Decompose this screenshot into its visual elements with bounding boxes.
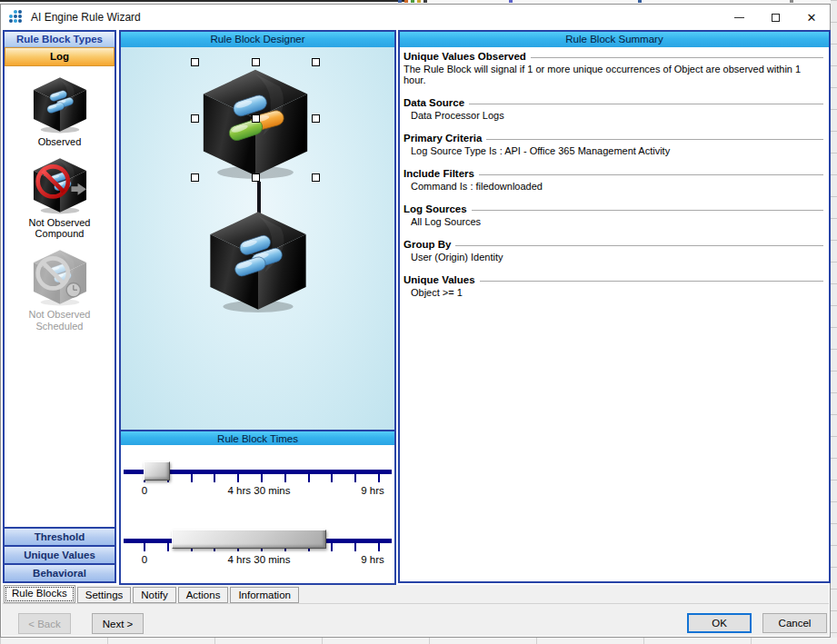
wizard-button-row: < Back Next > OK Cancel [2, 613, 829, 638]
next-button[interactable]: Next > [92, 613, 144, 634]
cancel-button[interactable]: Cancel [762, 613, 827, 633]
category-button-behavioral[interactable]: Behavioral [5, 563, 115, 581]
time-slider-1-handle[interactable] [144, 461, 170, 481]
selection-handle[interactable] [252, 58, 260, 66]
summary-section: Unique Values Observed The Rule Block wi… [404, 51, 823, 85]
screen: AI Engine Rule Wizard ✕ Rule Block Types… [0, 0, 837, 644]
rule-block-node-2[interactable] [204, 208, 313, 313]
not-observed-scheduled-icon [30, 248, 90, 306]
rule-block-times-panel: 0 4 hrs 30 mins 9 hrs 0 4 hrs 30 mins 9 … [121, 445, 394, 583]
divider [479, 174, 823, 176]
selection-handle[interactable] [312, 173, 320, 182]
app-logo-dots-icon [9, 10, 25, 25]
slider2-label-max: 9 hrs [355, 554, 390, 565]
rule-block-type-list: Observed Not Observed Compound Not Obser… [5, 66, 115, 527]
summary-section: Unique Values Object >= 1 [404, 274, 823, 298]
ok-button[interactable]: OK [687, 613, 752, 633]
titlebar: AI Engine Rule Wizard ✕ [1, 5, 830, 30]
ai-engine-rule-wizard-dialog: AI Engine Rule Wizard ✕ Rule Block Types… [0, 4, 831, 638]
type-item-not-observed-scheduled: Not Observed Scheduled [15, 248, 105, 332]
window-title: AI Engine Rule Wizard [31, 11, 141, 24]
summary-section: Log Sources All Log Sources [404, 203, 823, 227]
tab-information[interactable]: Information [230, 587, 299, 603]
rule-block-types-header: Rule Block Types [5, 32, 115, 47]
time-slider-1-ticks [144, 471, 380, 482]
summary-section: Data Source Data Processor Logs [404, 97, 823, 121]
rule-block-designer-header: Rule Block Designer [121, 32, 394, 47]
summary-section: Include Filters Command Is : filedownloa… [404, 168, 823, 192]
selection-handle[interactable] [191, 58, 199, 66]
category-button-log[interactable]: Log [5, 47, 115, 66]
bottom-chrome: Rule Blocks Settings Notify Actions Info… [2, 585, 829, 636]
slider2-label-min: 0 [138, 554, 151, 565]
time-slider-2-handle[interactable] [172, 530, 326, 549]
designer-canvas[interactable] [121, 47, 394, 430]
divider [486, 139, 823, 141]
divider [480, 281, 823, 282]
divider [531, 57, 823, 59]
close-icon: ✕ [807, 12, 817, 24]
slider2-label-mid: 4 hrs 30 mins [208, 554, 310, 565]
selection-handle[interactable] [312, 58, 320, 66]
rule-block-designer-panel: Rule Block Designer Rule Block Times [119, 30, 396, 585]
maximize-button[interactable] [757, 5, 793, 30]
divider [472, 210, 823, 212]
not-observed-compound-icon [30, 156, 90, 214]
selection-handle[interactable] [191, 114, 199, 123]
tab-notify[interactable]: Notify [133, 587, 175, 603]
rule-block-node-selected[interactable] [195, 65, 315, 180]
observed-cube-icon [30, 75, 90, 134]
divider [455, 245, 823, 247]
rule-block-times-header: Rule Block Times [121, 430, 394, 445]
background-sliver-right [831, 0, 837, 644]
rule-block-types-panel: Rule Block Types Log Observed Not Observ… [3, 30, 116, 583]
category-button-threshold[interactable]: Threshold [5, 527, 115, 545]
selection-handle-center[interactable] [252, 114, 260, 123]
minimize-icon [734, 17, 744, 18]
tab-actions[interactable]: Actions [178, 587, 229, 603]
type-item-not-observed-compound[interactable]: Not Observed Compound [15, 156, 105, 240]
category-button-unique-values[interactable]: Unique Values [5, 545, 115, 563]
summary-section: Group By User (Origin) Identity [404, 239, 823, 263]
selection-handle[interactable] [252, 173, 260, 182]
rule-block-summary-header: Rule Block Summary [400, 32, 829, 47]
back-button[interactable]: < Back [18, 613, 71, 634]
wizard-tab-strip: Rule Blocks Settings Notify Actions Info… [3, 585, 829, 604]
selection-handle[interactable] [191, 173, 199, 182]
close-button[interactable]: ✕ [793, 5, 830, 30]
maximize-icon [772, 14, 780, 22]
summary-body: Unique Values Observed The Rule Block wi… [400, 47, 829, 298]
divider [469, 104, 823, 105]
background-sliver-bottom [0, 638, 837, 644]
slider1-label-min: 0 [138, 485, 151, 496]
type-item-observed[interactable]: Observed [15, 75, 105, 148]
minimize-button[interactable] [721, 5, 757, 30]
tab-rule-blocks[interactable]: Rule Blocks [4, 585, 75, 603]
selection-handle[interactable] [312, 114, 320, 123]
slider1-label-mid: 4 hrs 30 mins [208, 485, 310, 496]
rule-block-summary-panel: Rule Block Summary Unique Values Observe… [398, 30, 831, 583]
summary-section: Primary Criteria Log Source Type Is : AP… [404, 133, 823, 156]
tab-settings[interactable]: Settings [77, 587, 132, 603]
slider1-label-max: 9 hrs [355, 485, 390, 496]
